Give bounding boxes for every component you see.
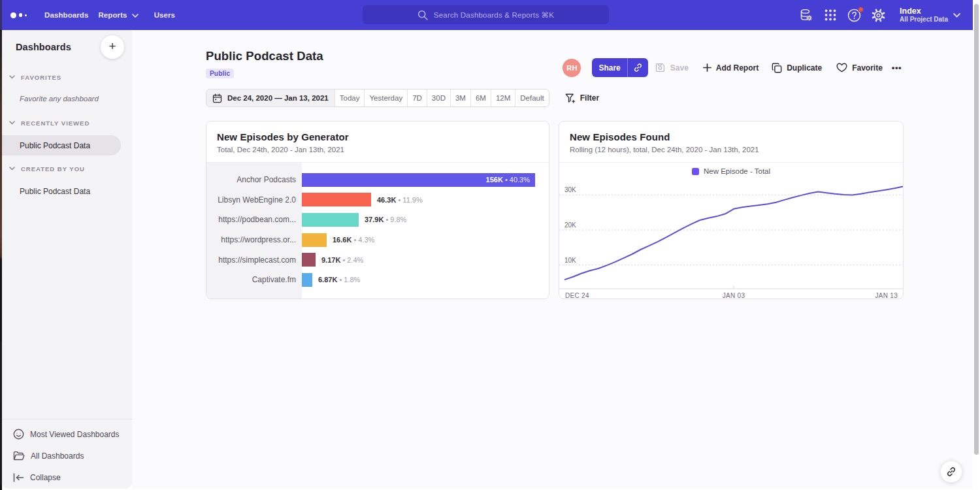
preset-today[interactable]: Today — [335, 90, 365, 106]
line-chart: New Episode - Total 10K20K30KDEC 24JAN 0… — [559, 162, 903, 299]
sidebar-item-created-dashboard[interactable]: Public Podcast Data — [2, 186, 132, 197]
topbar-left: Dashboards Reports Users — [10, 11, 175, 19]
preset-6m[interactable]: 6M — [471, 90, 491, 106]
scrollbar-thumb[interactable] — [974, 4, 979, 455]
background-window-sliver — [0, 0, 2, 490]
project-text: Index All Project Data — [900, 7, 948, 24]
save-button[interactable]: Save — [655, 62, 689, 73]
preset-3m[interactable]: 3M — [451, 90, 471, 106]
preset-default[interactable]: Default — [515, 90, 548, 106]
topbar: Dashboards Reports Users Search Dashboar… — [2, 0, 973, 30]
logo-dot — [19, 13, 23, 17]
bar-row: Libsyn WebEngine 2.046.3K • 11.9% — [206, 190, 549, 210]
collapse-sidebar-button[interactable]: Collapse — [2, 466, 132, 488]
bar-category-label: https://podbean.com... — [206, 215, 302, 224]
public-badge: Public — [206, 69, 234, 78]
notification-badge — [858, 7, 864, 12]
nav-dashboards[interactable]: Dashboards — [44, 11, 88, 19]
help-icon[interactable] — [847, 8, 861, 22]
favorites-empty-text: Favorite any dashboard — [2, 95, 132, 104]
preset-7d[interactable]: 7D — [408, 90, 427, 106]
sidebar: Dashboards + FAVORITES Favorite any dash… — [2, 30, 132, 489]
y-axis-label: 10K — [564, 257, 576, 264]
favorite-button[interactable]: Favorite — [836, 63, 883, 73]
preset-12m[interactable]: 12M — [491, 90, 515, 106]
bar-track: 46.3K • 11.9% — [302, 193, 423, 206]
sidebar-title: Dashboards — [16, 42, 71, 52]
primary-nav: Dashboards Reports Users — [44, 11, 175, 19]
preset-yesterday[interactable]: Yesterday — [365, 90, 408, 106]
page-scrollbar — [973, 0, 980, 490]
section-created-by-you[interactable]: CREATED BY YOU — [2, 165, 132, 172]
heart-icon — [836, 63, 847, 73]
bar[interactable] — [302, 273, 312, 287]
series-line[interactable] — [564, 187, 903, 280]
bar-value-label: 6.87K • 1.8% — [318, 276, 360, 284]
x-axis-label: JAN 13 — [875, 292, 898, 299]
card-header: New Episodes by Generator Total, Dec 24t… — [206, 122, 549, 162]
card-new-episodes-found[interactable]: New Episodes Found Rolling (12 hours), t… — [559, 121, 904, 299]
card-title: New Episodes Found — [570, 132, 892, 142]
date-range-control: Dec 24, 2020 — Jan 13, 2021 Today Yester… — [206, 89, 549, 107]
most-viewed-dashboards-button[interactable]: Most Viewed Dashboards — [2, 423, 132, 445]
apps-grid-icon[interactable] — [823, 8, 837, 22]
logo-dot — [10, 12, 16, 18]
bar-category-label: https://wordpress.or... — [206, 235, 302, 244]
save-icon — [655, 62, 666, 73]
bar-value-label: 16.6K • 4.3% — [333, 236, 374, 244]
search-input[interactable]: Search Dashboards & Reports ⌘K — [363, 5, 609, 24]
more-options-button[interactable]: ••• — [892, 63, 902, 73]
app-root: Dashboards Reports Users Search Dashboar… — [0, 0, 980, 490]
bar[interactable]: 156K • 40.3% — [302, 173, 535, 187]
collapse-icon — [13, 473, 24, 482]
nav-users[interactable]: Users — [154, 11, 175, 19]
y-axis-label: 20K — [564, 221, 576, 229]
project-scope: All Project Data — [900, 16, 948, 24]
filter-button[interactable]: Filter — [565, 93, 599, 103]
card-new-episodes-by-generator[interactable]: New Episodes by Generator Total, Dec 24t… — [206, 121, 549, 299]
line-chart-plot: 10K20K30KDEC 24JAN 03JAN 13 — [559, 163, 903, 299]
add-report-button[interactable]: Add Report — [703, 63, 759, 73]
bar-chart: Anchor Podcasts156K • 40.3%Libsyn WebEng… — [206, 162, 549, 299]
main-content: Public Podcast Data Public RH Share Save — [132, 30, 973, 489]
bar[interactable] — [302, 213, 359, 227]
bar-row: https://wordpress.or...16.6K • 4.3% — [206, 230, 549, 250]
x-axis-label: JAN 03 — [723, 292, 745, 299]
bar-category-label: Anchor Podcasts — [206, 175, 302, 184]
bar[interactable] — [302, 253, 316, 267]
all-dashboards-button[interactable]: All Dashboards — [2, 445, 132, 466]
preset-30d[interactable]: 30D — [427, 90, 451, 106]
link-icon — [633, 63, 643, 73]
add-dashboard-button[interactable]: + — [101, 35, 124, 59]
amplitude-logo-icon[interactable] — [10, 12, 29, 18]
settings-gear-icon[interactable] — [872, 8, 885, 22]
sidebar-item-recent-dashboard[interactable]: Public Podcast Data — [0, 135, 121, 155]
floating-link-button[interactable] — [940, 461, 962, 483]
bar[interactable] — [302, 233, 327, 247]
bar-row: https://podbean.com...37.9K • 9.8% — [206, 210, 549, 230]
card-subtitle: Total, Dec 24th, 2020 - Jan 13th, 2021 — [217, 146, 538, 154]
bar-value-label: 9.17K • 2.4% — [321, 256, 363, 264]
share-button-label[interactable]: Share — [592, 58, 627, 77]
bar-row: https://simplecast.com9.17K • 2.4% — [206, 250, 549, 270]
section-recently-viewed[interactable]: RECENTLY VIEWED — [2, 119, 132, 127]
x-axis-label: DEC 24 — [565, 292, 589, 299]
share-link-button[interactable] — [627, 58, 648, 77]
chevron-down-icon — [9, 75, 15, 79]
sidebar-footer: Most Viewed Dashboards All Dashboards Co… — [2, 419, 132, 488]
bar-track: 37.9K • 9.8% — [302, 213, 406, 227]
data-governance-icon[interactable] — [799, 8, 813, 22]
avatar[interactable]: RH — [563, 59, 581, 77]
date-controls: Dec 24, 2020 — Jan 13, 2021 Today Yester… — [206, 89, 599, 107]
project-switcher[interactable]: Index All Project Data — [900, 7, 960, 24]
nav-reports[interactable]: Reports — [98, 11, 138, 19]
duplicate-button[interactable]: Duplicate — [772, 63, 822, 73]
bar-category-label: https://simplecast.com — [206, 255, 302, 265]
share-button[interactable]: Share — [592, 58, 647, 77]
bar[interactable] — [302, 193, 371, 206]
date-range-button[interactable]: Dec 24, 2020 — Jan 13, 2021 — [206, 90, 335, 106]
filter-icon — [565, 93, 576, 103]
calendar-icon — [212, 93, 222, 103]
section-favorites[interactable]: FAVORITES — [2, 73, 132, 81]
plus-icon — [703, 63, 711, 72]
